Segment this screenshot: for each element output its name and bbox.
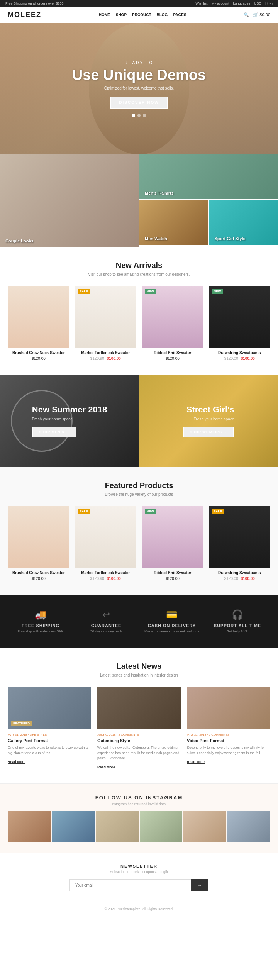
social-icons: f t y i: [265, 2, 273, 5]
instagram-title: FOLLOW US ON INSTAGRAM: [8, 795, 270, 800]
header-icons: 🔍 🛒 $0.00: [244, 12, 270, 17]
featured-card-2[interactable]: SALE Marled Turtleneck Sweater $120.90 $…: [75, 506, 137, 581]
product-card-1[interactable]: Brushed Crew Neck Sweater $120.00: [8, 286, 70, 361]
product-image-3: NEW: [142, 286, 203, 348]
product-badge-3: NEW: [145, 289, 156, 294]
news-grid: FEATURED MAY 31, 2018 · LIFE STYLE Galle…: [8, 687, 270, 770]
featured-grid: Brushed Crew Neck Sweater $120.00 SALE M…: [8, 506, 270, 581]
feature-support-title: SUPPORT ALL TIME: [208, 623, 266, 628]
cart-icon[interactable]: 🛒 $0.00: [253, 12, 270, 17]
product-card-3[interactable]: NEW Ribbed Knit Sweater $120.00: [142, 286, 203, 361]
wishlist-link[interactable]: Wishlist: [195, 2, 207, 5]
languages-link[interactable]: Languages: [233, 2, 250, 5]
featured-old-price-2: $120.90: [90, 576, 104, 581]
instagram-img-1[interactable]: [8, 811, 51, 842]
featured-new-price-2: $100.00: [107, 576, 121, 581]
featured-badge-4: SALE: [212, 509, 224, 514]
hero-dot-2[interactable]: [137, 114, 141, 117]
hero-dot-3[interactable]: [143, 114, 146, 117]
feature-cod-desc: Many convenient payment methods: [143, 629, 201, 633]
instagram-img-5[interactable]: [183, 811, 226, 842]
banner-summer-cta[interactable]: SHOP MEN'S →: [32, 427, 77, 437]
news-link-3[interactable]: Read More: [187, 760, 205, 764]
top-bar-right: Wishlist My account Languages USD f t y …: [195, 2, 273, 5]
featured-image-1: [8, 506, 70, 568]
instagram-subtitle: Instagram has returned invalid data.: [8, 802, 270, 806]
product-card-2[interactable]: SALE Marled Turtleneck Sweater $120.90 $…: [75, 286, 137, 361]
header: MOLEEZ HOME SHOP PRODUCT BLOG PAGES 🔍 🛒 …: [0, 7, 278, 23]
features-bar: 🚚 FREE SHIPPING Free ship with order ove…: [0, 595, 278, 648]
product-price-3: $120.00: [142, 356, 203, 361]
category-couple-looks[interactable]: Couple Looks: [0, 154, 139, 247]
category-grid: Couple Looks Men's T-Shirts Men Watch Sp…: [0, 154, 278, 247]
hero-title: Use Unique Demos: [72, 67, 206, 83]
featured-badge-3: NEW: [145, 509, 156, 514]
instagram-img-6[interactable]: [227, 811, 270, 842]
featured-price-3: $120.00: [142, 576, 203, 581]
currency-selector[interactable]: USD: [254, 2, 261, 5]
account-link[interactable]: My account: [211, 2, 229, 5]
news-meta-3: MAY 31, 2018 · 2 COMMENTS: [187, 733, 270, 736]
featured-price-2: $120.90 $100.00: [75, 576, 137, 581]
logo[interactable]: MOLEEZ: [8, 11, 41, 19]
banner-summer-sub: Fresh your home space: [32, 417, 107, 421]
feature-shipping-title: FREE SHIPPING: [12, 623, 70, 628]
category-sport-label: Sport Girl Style: [215, 236, 246, 241]
search-icon[interactable]: 🔍: [244, 12, 249, 17]
banner-section: New Summer 2018 Fresh your home space SH…: [0, 375, 278, 467]
news-image-3: [187, 687, 270, 729]
newsletter-section: NEWSLETTER Subscribe to receive coupons …: [0, 853, 278, 902]
new-arrivals-subtitle: Visit our shop to see amazing creations …: [8, 272, 270, 276]
hero-cta-button[interactable]: DISCOVER NOW: [110, 97, 167, 109]
featured-name-4: Drawstring Sweatpants: [209, 571, 271, 575]
featured-card-1[interactable]: Brushed Crew Neck Sweater $120.00: [8, 506, 70, 581]
featured-card-3[interactable]: NEW Ribbed Knit Sweater $120.00: [142, 506, 203, 581]
featured-badge-2: SALE: [78, 509, 90, 514]
banner-summer-title: New Summer 2018: [32, 405, 107, 415]
shipping-icon: 🚚: [12, 609, 70, 620]
category-tshirt[interactable]: Men's T-Shirts: [139, 154, 278, 199]
news-card-3[interactable]: MAY 31, 2018 · 2 COMMENTS Video Post For…: [187, 687, 270, 770]
category-sport[interactable]: Sport Girl Style: [209, 200, 278, 245]
featured-new-price-4: $100.00: [241, 576, 255, 581]
nav-pages[interactable]: PAGES: [173, 13, 186, 17]
instagram-img-3[interactable]: [96, 811, 139, 842]
newsletter-submit-button[interactable]: →: [191, 879, 208, 891]
category-couple-image: [0, 154, 139, 247]
category-watch[interactable]: Men Watch: [139, 200, 208, 245]
featured-name-1: Brushed Crew Neck Sweater: [8, 571, 70, 575]
instagram-img-4[interactable]: [140, 811, 183, 842]
feature-cod-title: CASH ON DELIVERY: [143, 623, 201, 628]
news-link-2[interactable]: Read More: [97, 765, 115, 769]
news-card-1[interactable]: FEATURED MAY 31, 2018 · LIFE STYLE Galle…: [8, 687, 91, 770]
shipping-notice: Free Shipping on all orders over $100: [5, 2, 64, 5]
featured-card-4[interactable]: SALE Drawstring Sweatpants $120.00 $100.…: [209, 506, 271, 581]
news-link-1[interactable]: Read More: [8, 760, 25, 764]
featured-image-4: SALE: [209, 506, 271, 568]
featured-subtitle: Browse the huge variety of our products: [8, 492, 270, 497]
product-name-4: Drawstring Sweatpants: [209, 351, 271, 355]
new-arrivals-section: New Arrivals Visit our shop to see amazi…: [0, 247, 278, 375]
nav-blog[interactable]: BLOG: [157, 13, 168, 17]
banner-street-content: Street Girl's Fresh your home space SHOP…: [175, 397, 242, 445]
nav-shop[interactable]: SHOP: [116, 13, 127, 17]
newsletter-email-input[interactable]: [70, 879, 191, 891]
news-post-title-3: Video Post Format: [187, 738, 270, 743]
nav-home[interactable]: HOME: [99, 13, 110, 17]
hero-dots: [72, 114, 206, 117]
category-watch-label: Men Watch: [145, 236, 167, 241]
featured-name-2: Marled Turtleneck Sweater: [75, 571, 137, 575]
instagram-img-2[interactable]: [52, 811, 95, 842]
banner-summer: New Summer 2018 Fresh your home space SH…: [0, 375, 139, 467]
news-badge-1: FEATURED: [11, 721, 32, 726]
nav-product[interactable]: PRODUCT: [132, 13, 151, 17]
instagram-section: FOLLOW US ON INSTAGRAM Instagram has ret…: [0, 783, 278, 853]
guarantee-icon: ↩: [77, 609, 135, 620]
hero-dot-1[interactable]: [132, 114, 135, 117]
feature-shipping-desc: Free ship with order over $99.: [12, 629, 70, 633]
product-card-4[interactable]: NEW Drawstring Sweatpants $120.00 $100.0…: [209, 286, 271, 361]
product-name-3: Ribbed Knit Sweater: [142, 351, 203, 355]
banner-street-cta[interactable]: SHOP WOMEN'S →: [183, 427, 234, 437]
news-card-2[interactable]: JULY 6, 2018 · 2 COMMENTS Gutenberg Styl…: [97, 687, 181, 770]
product-image-1: [8, 286, 70, 348]
